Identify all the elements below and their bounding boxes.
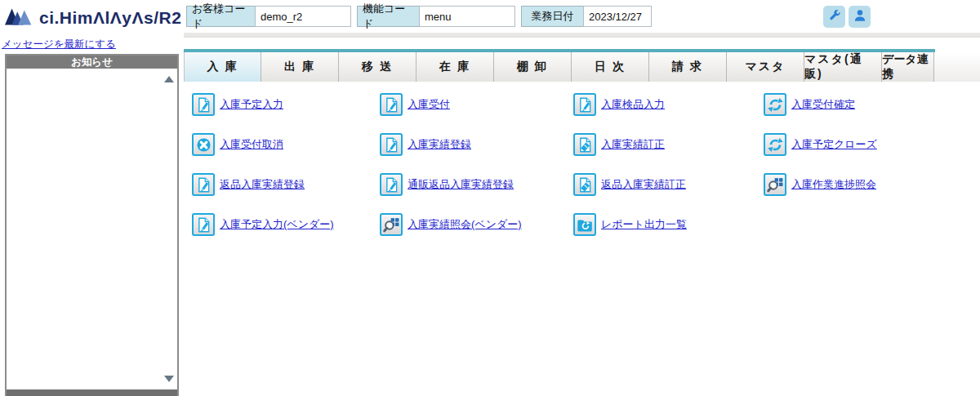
edit-icon <box>192 93 215 116</box>
edit-icon <box>192 213 215 236</box>
notice-scrollbar[interactable] <box>162 70 176 388</box>
edit-icon <box>380 93 403 116</box>
header-toolbar <box>823 6 871 28</box>
menu-item[interactable]: 返品入庫実績登録 <box>192 173 380 196</box>
menu-item[interactable]: 通販返品入庫実績登録 <box>380 173 573 196</box>
edit-icon <box>573 93 596 116</box>
header-divider <box>184 33 980 38</box>
tab-nyuko[interactable]: 入 庫 <box>184 52 261 82</box>
menu-item[interactable]: 入庫受付取消 <box>192 133 380 156</box>
menu-item[interactable]: 入庫予定入力(ベンダー) <box>192 213 380 236</box>
eraser-icon <box>573 173 596 196</box>
edit-icon <box>380 133 403 156</box>
menu-grid: 入庫予定入力 入庫受付 入庫検品入力 入庫受付確定 入庫受付取消 入庫実績登録 … <box>192 93 951 253</box>
tab-zaiko[interactable]: 在 庫 <box>416 52 494 82</box>
logo-text: ci.HimΛlΛyΛs/R2 <box>39 8 181 28</box>
refresh-messages-link[interactable]: メッセージを最新にする <box>2 38 116 51</box>
clipped-panel-header <box>7 389 177 396</box>
settings-button[interactable] <box>823 6 845 28</box>
cancel-icon <box>192 133 215 156</box>
tab-iso[interactable]: 移 送 <box>339 52 416 82</box>
edit-icon <box>192 173 215 196</box>
account-button[interactable] <box>849 6 871 28</box>
menu-item[interactable]: 入庫実績照会(ベンダー) <box>380 213 573 236</box>
search-grid-icon <box>764 173 786 196</box>
tab-shukko[interactable]: 出 庫 <box>261 52 339 82</box>
tab-filler <box>934 52 980 82</box>
function-code-field[interactable]: menu <box>419 6 515 27</box>
edit-icon <box>380 173 403 196</box>
tab-master[interactable]: マスタ <box>727 52 804 82</box>
tab-data-renkei[interactable]: データ連携 <box>882 52 934 82</box>
customer-code-label: お客様コード <box>186 6 255 27</box>
wms-menu-page: ci.HimΛlΛyΛs/R2 お客様コード demo_r2 機能コード men… <box>0 0 980 396</box>
tab-row: 入 庫 出 庫 移 送 在 庫 棚 卸 日 次 請 求 マスタ マスタ(通販) … <box>184 52 980 82</box>
tab-nichiji[interactable]: 日 次 <box>572 52 649 82</box>
tab-master-tsuhan[interactable]: マスタ(通販) <box>804 52 882 82</box>
report-folder-icon <box>573 213 596 236</box>
field-gap <box>351 6 357 27</box>
refresh-icon <box>764 133 786 156</box>
menu-item[interactable]: 入庫予定クローズ <box>764 133 951 156</box>
menu-item[interactable]: レポート出力一覧 <box>573 213 764 236</box>
tab-tanaoroshi[interactable]: 棚 卸 <box>494 52 572 82</box>
wrench-icon <box>827 8 842 26</box>
logo-mountain-icon <box>5 6 36 30</box>
header-fields: お客様コード demo_r2 機能コード menu 業務日付 2023/12/2… <box>186 6 652 27</box>
scroll-up-icon[interactable] <box>164 76 174 82</box>
menu-item[interactable]: 入庫受付 <box>380 93 573 116</box>
main-nav: 入 庫 出 庫 移 送 在 庫 棚 卸 日 次 請 求 マスタ マスタ(通販) … <box>184 49 980 82</box>
menu-item[interactable]: 入庫予定入力 <box>192 93 380 116</box>
menu-item[interactable]: 入庫受付確定 <box>764 93 951 116</box>
search-grid-icon <box>380 213 403 236</box>
refresh-icon <box>764 93 786 116</box>
business-date-label: 業務日付 <box>521 6 583 27</box>
tab-seikyu[interactable]: 請 求 <box>649 52 727 82</box>
menu-item[interactable]: 返品入庫実績訂正 <box>573 173 764 196</box>
field-gap <box>515 6 521 27</box>
menu-item[interactable]: 入庫作業進捗照会 <box>764 173 951 196</box>
function-code-label: 機能コード <box>357 6 419 27</box>
menu-item[interactable]: 入庫実績訂正 <box>573 133 764 156</box>
menu-item[interactable]: 入庫検品入力 <box>573 93 764 116</box>
notice-panel: お知らせ <box>5 54 179 396</box>
eraser-icon <box>573 133 596 156</box>
notice-panel-title: お知らせ <box>7 56 177 69</box>
business-date-field[interactable]: 2023/12/27 <box>583 6 652 27</box>
customer-code-field[interactable]: demo_r2 <box>255 6 351 27</box>
scroll-down-icon[interactable] <box>164 376 174 382</box>
menu-item[interactable]: 入庫実績登録 <box>380 133 573 156</box>
user-icon <box>853 8 867 26</box>
app-logo: ci.HimΛlΛyΛs/R2 <box>5 6 181 30</box>
notice-list <box>7 69 177 389</box>
